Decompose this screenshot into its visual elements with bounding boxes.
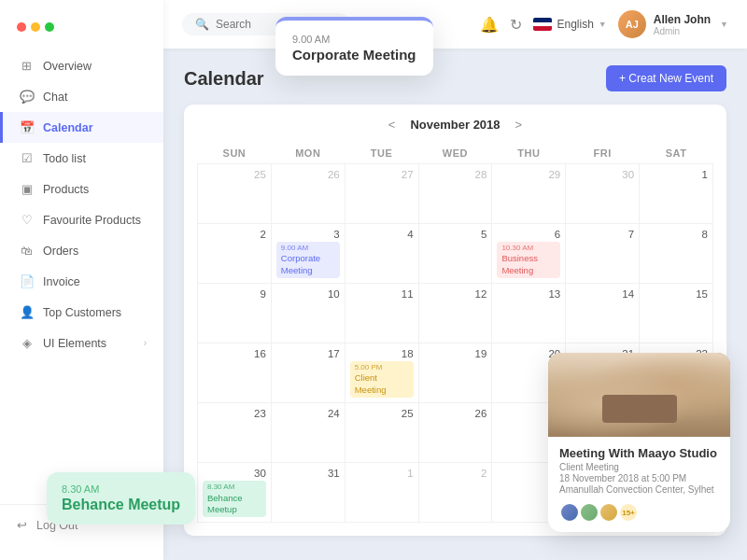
products-icon: ▣ bbox=[20, 182, 34, 196]
header-right: 🔔 ↻ English ▼ AJ Allen John Admin ▼ bbox=[480, 10, 728, 38]
float-title-behance: Behance Meetup bbox=[62, 497, 180, 513]
sidebar-label-invoice: Invoice bbox=[43, 275, 80, 288]
attendee-avatar-1 bbox=[559, 502, 580, 523]
user-text: Allen John Admin bbox=[654, 13, 711, 36]
float-title-corporate: Corporate Meeting bbox=[292, 47, 416, 63]
language-selector[interactable]: English ▼ bbox=[533, 18, 606, 31]
sidebar-label-chat: Chat bbox=[43, 91, 67, 104]
traffic-light-green bbox=[45, 22, 54, 32]
todo-icon: ☑ bbox=[20, 151, 34, 165]
day-cell[interactable]: 8 bbox=[640, 224, 713, 284]
day-cell[interactable]: 11 bbox=[345, 284, 418, 343]
user-chevron-icon: ▼ bbox=[720, 20, 728, 29]
table-row: 9 10 11 12 13 14 15 bbox=[198, 284, 713, 343]
next-month-button[interactable]: > bbox=[515, 118, 523, 132]
day-cell[interactable]: 2 bbox=[418, 463, 492, 523]
sidebar-item-orders[interactable]: 🛍 Orders bbox=[0, 235, 163, 266]
day-cell[interactable]: 24 bbox=[271, 403, 345, 463]
day-cell[interactable]: 9 bbox=[198, 284, 272, 343]
day-cell[interactable]: 2 bbox=[198, 224, 272, 284]
day-cell[interactable]: 26 bbox=[418, 403, 492, 463]
day-cell[interactable]: 18 5.00 PM Client Meeting bbox=[345, 343, 418, 403]
float-time-behance: 8.30 AM bbox=[62, 483, 180, 495]
col-mon: MON bbox=[271, 143, 345, 164]
sidebar-item-top-customers[interactable]: 👤 Top Customers bbox=[0, 297, 163, 328]
room-image bbox=[548, 353, 730, 437]
favourites-icon: ♡ bbox=[20, 213, 34, 227]
day-cell[interactable]: 26 bbox=[271, 164, 345, 224]
header: 🔍 🔔 ↻ English ▼ AJ Allen John Admin bbox=[163, 0, 747, 49]
sidebar-item-favourites[interactable]: ♡ Favourite Products bbox=[0, 204, 163, 235]
col-sun: SUN bbox=[198, 143, 272, 164]
overview-icon: ⊞ bbox=[20, 59, 34, 73]
refresh-icon[interactable]: ↻ bbox=[510, 16, 522, 34]
chevron-right-icon: › bbox=[144, 338, 147, 348]
page-header: Calendar + Creat New Event bbox=[184, 65, 726, 91]
col-sat: SAT bbox=[640, 143, 713, 164]
event-business-meeting[interactable]: 10.30 AM Business Meeting bbox=[497, 242, 560, 278]
day-cell[interactable]: 13 bbox=[492, 284, 566, 343]
notification-icon[interactable]: 🔔 bbox=[480, 16, 499, 34]
calendar-icon: 📅 bbox=[20, 120, 34, 134]
day-cell[interactable]: 17 bbox=[271, 343, 345, 403]
day-cell[interactable]: 30 bbox=[566, 164, 640, 224]
user-name: Allen John bbox=[654, 13, 711, 26]
user-role: Admin bbox=[654, 26, 711, 36]
sidebar-item-overview[interactable]: ⊞ Overview bbox=[0, 50, 163, 81]
event-client-meeting[interactable]: 5.00 PM Client Meeting bbox=[350, 361, 414, 398]
sidebar-item-ui-elements[interactable]: ◈ UI Elements › bbox=[0, 328, 163, 358]
detail-event-date: 18 November 2018 at 5:00 PM bbox=[559, 473, 719, 483]
language-label: English bbox=[557, 18, 593, 31]
day-cell[interactable]: 25 bbox=[198, 164, 272, 224]
day-cell[interactable]: 23 bbox=[198, 403, 272, 463]
sidebar-item-chat[interactable]: 💬 Chat bbox=[0, 81, 163, 112]
detail-event-location: Amanullah Convection Center, Sylhet bbox=[559, 484, 719, 495]
sidebar-item-invoice[interactable]: 📄 Invoice bbox=[0, 266, 163, 297]
sidebar-item-products[interactable]: ▣ Products bbox=[0, 174, 163, 204]
day-cell[interactable]: 1 bbox=[640, 164, 713, 224]
day-cell[interactable]: 1 bbox=[345, 463, 418, 523]
attendee-avatar-2 bbox=[579, 502, 599, 523]
day-cell[interactable]: 27 bbox=[345, 164, 418, 224]
day-cell[interactable]: 7 bbox=[566, 224, 640, 284]
sidebar-logo bbox=[0, 15, 163, 50]
create-event-button[interactable]: + Creat New Event bbox=[606, 65, 726, 91]
month-label: November 2018 bbox=[410, 118, 500, 132]
day-cell[interactable]: 12 bbox=[418, 284, 492, 343]
day-cell[interactable]: 29 bbox=[492, 164, 566, 224]
day-cell[interactable]: 31 bbox=[271, 463, 345, 523]
day-cell[interactable]: 16 bbox=[198, 343, 272, 403]
sidebar-label-overview: Overview bbox=[43, 60, 92, 73]
sidebar-item-calendar[interactable]: 📅 Calendar bbox=[0, 112, 163, 143]
traffic-light-yellow bbox=[31, 22, 40, 32]
detail-event-sub: Client Meeting bbox=[559, 462, 719, 472]
day-cell[interactable]: 10 bbox=[271, 284, 345, 343]
day-cell[interactable]: 30 8.30 AM Behance Meetup bbox=[198, 463, 272, 523]
detail-card-image bbox=[548, 353, 730, 437]
page-title: Calendar bbox=[184, 68, 264, 90]
sidebar-item-todolist[interactable]: ☑ Todo list bbox=[0, 143, 163, 174]
top-customers-icon: 👤 bbox=[20, 305, 34, 319]
table-row: 25 26 27 28 29 30 1 bbox=[198, 164, 713, 224]
detail-card-body: Meeting With Maayo Studio Client Meeting… bbox=[548, 437, 730, 532]
sidebar-nav: ⊞ Overview 💬 Chat 📅 Calendar ☑ Todo list… bbox=[0, 50, 163, 504]
day-cell[interactable]: 5 bbox=[418, 224, 492, 284]
day-cell[interactable]: 25 bbox=[345, 403, 418, 463]
table-row: 2 3 9.00 AM Corporate Meeting 4 5 bbox=[198, 224, 713, 284]
avatar: AJ bbox=[618, 10, 646, 38]
detail-event-title: Meeting With Maayo Studio bbox=[559, 446, 719, 460]
traffic-lights bbox=[17, 22, 54, 32]
day-cell[interactable]: 19 bbox=[418, 343, 492, 403]
day-cell[interactable]: 15 bbox=[640, 284, 713, 343]
event-behance-meetup[interactable]: 8.30 AM Behance Meetup bbox=[203, 481, 266, 517]
day-cell[interactable]: 28 bbox=[418, 164, 492, 224]
prev-month-button[interactable]: < bbox=[388, 118, 396, 132]
event-corporate-meeting[interactable]: 9.00 AM Corporate Meeting bbox=[276, 242, 340, 278]
orders-icon: 🛍 bbox=[20, 244, 34, 258]
day-cell[interactable]: 3 9.00 AM Corporate Meeting bbox=[271, 224, 345, 284]
user-info[interactable]: AJ Allen John Admin ▼ bbox=[618, 10, 728, 38]
flag-icon bbox=[533, 18, 552, 31]
day-cell[interactable]: 14 bbox=[566, 284, 640, 343]
day-cell[interactable]: 6 10.30 AM Business Meeting bbox=[492, 224, 566, 284]
day-cell[interactable]: 4 bbox=[345, 224, 418, 284]
